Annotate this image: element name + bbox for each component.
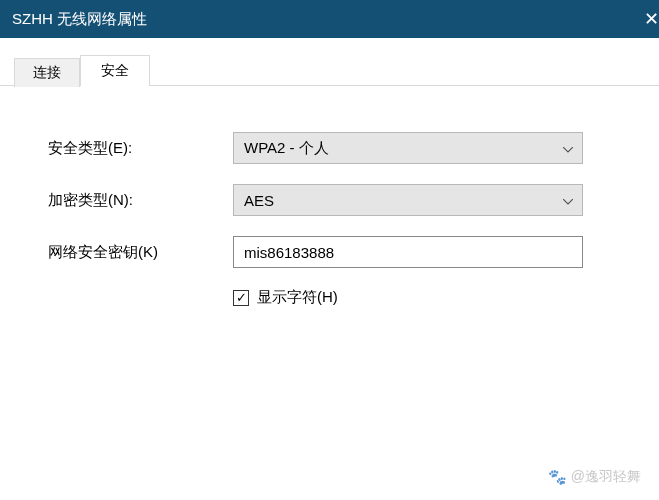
- checkmark-icon: ✓: [236, 291, 247, 304]
- tab-bar: 连接 安全: [0, 38, 659, 86]
- security-type-select[interactable]: WPA2 - 个人: [233, 132, 583, 164]
- security-type-label: 安全类型(E):: [48, 139, 233, 158]
- encryption-type-label: 加密类型(N):: [48, 191, 233, 210]
- watermark: 🐾 @逸羽轻舞: [548, 468, 641, 486]
- show-characters-label: 显示字符(H): [257, 288, 338, 307]
- encryption-type-text: AES: [244, 192, 274, 209]
- security-type-text: WPA2 - 个人: [244, 139, 329, 158]
- show-characters-checkbox[interactable]: ✓: [233, 290, 249, 306]
- close-button[interactable]: ✕: [639, 0, 659, 38]
- network-key-row: 网络安全密钥(K): [48, 236, 611, 268]
- titlebar: SZHH 无线网络属性 ✕: [0, 0, 659, 38]
- security-type-value: WPA2 - 个人: [233, 132, 583, 164]
- encryption-type-select[interactable]: AES: [233, 184, 583, 216]
- tab-connection[interactable]: 连接: [14, 58, 80, 87]
- close-icon: ✕: [644, 8, 659, 30]
- paw-icon: 🐾: [548, 468, 567, 486]
- network-key-label: 网络安全密钥(K): [48, 243, 233, 262]
- show-characters-row: ✓ 显示字符(H): [233, 288, 611, 307]
- security-type-row: 安全类型(E): WPA2 - 个人: [48, 132, 611, 164]
- encryption-type-value: AES: [233, 184, 583, 216]
- tab-security[interactable]: 安全: [80, 55, 150, 86]
- window-title: SZHH 无线网络属性: [12, 10, 147, 29]
- tab-content: 安全类型(E): WPA2 - 个人 加密类型(N): AES 网络安全密钥(K…: [0, 86, 659, 327]
- encryption-type-row: 加密类型(N): AES: [48, 184, 611, 216]
- tab-connection-label: 连接: [33, 64, 61, 80]
- network-key-input[interactable]: [233, 236, 583, 268]
- tab-security-label: 安全: [101, 62, 129, 78]
- watermark-text: @逸羽轻舞: [571, 468, 641, 486]
